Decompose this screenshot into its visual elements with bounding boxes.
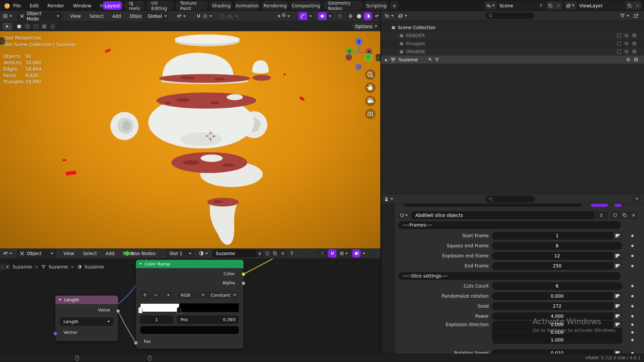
vector-math-operation-dropdown[interactable]: Length [60, 317, 113, 326]
animate-decorator-icon[interactable] [613, 293, 622, 300]
clipped-monitor-icon[interactable] [585, 204, 590, 207]
properties-options-dropdown[interactable] [633, 195, 641, 203]
material-users-count[interactable]: 4 [256, 249, 263, 257]
fake-user-shield-button[interactable] [610, 211, 620, 219]
explosion-direction-x-field[interactable]: 0.000 [492, 321, 622, 328]
modifier-users-count[interactable]: 3 [594, 211, 608, 219]
proportional-editing-dropdown[interactable] [220, 13, 238, 19]
viewport-editor-type-button[interactable] [3, 13, 12, 19]
active-tool-button[interactable] [2, 22, 12, 30]
remove-stop-button[interactable]: − [151, 291, 160, 299]
outliner-row-render[interactable]: RENDER [381, 32, 644, 40]
select-mode-intersect-button[interactable] [49, 23, 56, 29]
menu-window[interactable]: Window [68, 0, 96, 11]
decorator-dot[interactable] [631, 331, 634, 334]
active-stop-index-field[interactable]: 1 [140, 315, 173, 324]
viewport-options-dropdown[interactable]: Options [352, 22, 376, 30]
node-sidebar-toggle[interactable]: › [0, 263, 5, 271]
power-field[interactable]: 4.000 [492, 312, 622, 320]
mode-dropdown[interactable]: Object Mode [17, 12, 62, 20]
shader-type-dropdown[interactable]: Object [17, 249, 56, 258]
viewport-3d[interactable]: User Perspective (34) Scene Collection |… [0, 31, 380, 248]
cuts-count-field[interactable]: 6 [492, 282, 622, 290]
visibility-dropdown[interactable] [277, 14, 290, 18]
properties-search-input[interactable] [486, 196, 535, 202]
viewlayer-browse-button[interactable] [565, 1, 576, 10]
workspace-tab-ig-reels[interactable]: ig reels [125, 1, 144, 10]
hide-eye-icon[interactable] [624, 41, 629, 46]
decorator-dot[interactable] [631, 285, 634, 287]
workspace-tab-animation[interactable]: Animation [235, 1, 259, 10]
ramp-options-dropdown[interactable] [164, 291, 173, 299]
gizmos-dropdown[interactable] [308, 12, 314, 20]
fac-input-socket[interactable] [134, 341, 138, 345]
viewlayer-name-field[interactable]: ViewLayer [576, 1, 626, 10]
overlays-dropdown[interactable] [327, 12, 333, 20]
material-fake-user-button[interactable] [264, 249, 271, 257]
material-name-field[interactable]: Suzanne [212, 249, 256, 257]
hide-eye-icon[interactable] [624, 33, 629, 38]
seed-field[interactable]: 272 [492, 302, 622, 310]
pivot-point-dropdown[interactable] [176, 13, 186, 19]
alpha-output-socket[interactable] [241, 281, 246, 285]
gizmo-collapse-toggle[interactable]: ‹ [376, 54, 380, 61]
outliner-display-mode-dropdown[interactable] [384, 13, 394, 18]
outliner-filter-type-dropdown[interactable] [398, 13, 407, 18]
stop-color-swatch[interactable] [140, 326, 239, 334]
viewport-menu-add[interactable]: Add [108, 11, 125, 21]
decorator-dot[interactable] [631, 255, 634, 257]
shader-menu-add[interactable]: Add [101, 248, 119, 259]
decorator-dot[interactable] [631, 323, 634, 326]
color-ramp-node-header[interactable]: Color Ramp [136, 260, 244, 268]
animate-decorator-icon[interactable] [613, 321, 622, 328]
hide-eye-icon[interactable] [624, 49, 629, 54]
animate-decorator-icon[interactable] [613, 232, 622, 239]
select-mode-extend-button[interactable] [24, 23, 31, 29]
outliner-search-input[interactable] [486, 12, 535, 19]
add-workspace-button[interactable]: + [390, 1, 398, 10]
select-mode-subtract-button[interactable] [32, 23, 40, 29]
workspace-tab-geometry-nodes[interactable]: Geometry Nodes [324, 1, 362, 10]
decorator-dot[interactable] [631, 339, 634, 341]
menu-render[interactable]: Render [43, 0, 69, 11]
material-unlink-button[interactable] [279, 249, 286, 257]
explosion-direction-z-field[interactable]: 1.000 [492, 336, 622, 344]
properties-editor-type-button[interactable] [384, 196, 393, 202]
interpolation-dropdown[interactable]: Constant [208, 291, 239, 299]
new-collection-button[interactable] [633, 13, 639, 18]
menu-edit[interactable]: Edit [25, 0, 43, 11]
workspace-tab-rendering[interactable]: Rendering [262, 1, 288, 10]
color-output-socket[interactable] [241, 272, 246, 276]
value-output-socket[interactable] [116, 309, 120, 313]
disable-render-camera-icon[interactable] [634, 57, 638, 62]
animate-decorator-icon[interactable] [613, 303, 622, 310]
color-ramp-node[interactable]: Color Ramp Color Alpha + − RGB Constant … [136, 260, 244, 349]
outliner-row-suzanne[interactable]: ▶ Suzanne [381, 56, 644, 64]
shading-rendered-button[interactable] [372, 12, 381, 20]
pin-icon[interactable] [289, 251, 294, 256]
randomize-rotation-field[interactable]: 0.000 [492, 292, 622, 300]
animate-decorator-icon[interactable] [613, 252, 622, 259]
disable-render-camera-icon[interactable] [632, 33, 637, 38]
scene-name-field[interactable]: Scene [496, 1, 546, 10]
exclude-checkbox[interactable] [617, 50, 621, 54]
shading-wireframe-button[interactable] [346, 12, 355, 20]
start-frame-field[interactable]: 1 [492, 232, 622, 240]
exclude-checkbox[interactable] [617, 34, 621, 38]
use-nodes-checkbox[interactable] [125, 251, 129, 256]
decorator-dot[interactable] [631, 295, 634, 297]
length-node[interactable]: Length Value Length Vector [55, 296, 118, 341]
viewlayer-remove-button[interactable] [634, 1, 642, 10]
select-mode-set-button[interactable] [15, 23, 23, 29]
viewlayer-duplicate-button[interactable] [626, 1, 634, 10]
clipped-purple-toggle[interactable] [614, 204, 621, 207]
vector-input-socket[interactable] [53, 331, 57, 336]
select-mode-invert-button[interactable] [41, 23, 48, 29]
squeez-end-frame-field[interactable]: 6 [492, 242, 622, 250]
outliner-row-orange[interactable]: ORANGE [381, 48, 644, 56]
disable-render-camera-icon[interactable] [632, 49, 637, 54]
menu-file[interactable]: File [9, 0, 25, 11]
shader-menu-select[interactable]: Select [78, 248, 101, 259]
workspace-tab-shading[interactable]: Shading [210, 1, 232, 10]
snap-dropdown[interactable] [196, 13, 212, 19]
